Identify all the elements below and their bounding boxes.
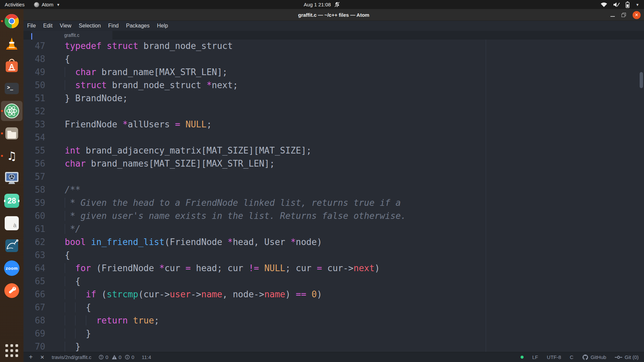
dock-item-postman[interactable]	[4, 283, 20, 299]
dock-item-gedit[interactable]: à	[4, 215, 20, 231]
dock-item-videos[interactable]	[4, 170, 20, 186]
system-tray: ▼	[600, 1, 644, 8]
scrollbar-thumb[interactable]	[640, 72, 643, 88]
dock-item-music[interactable]: ♫	[4, 148, 20, 164]
code-line-55[interactable]: 55int brand_adjacency_matrix[MAT_SIZE][M…	[23, 144, 644, 157]
line-number[interactable]: 48	[23, 53, 55, 66]
code-line-51[interactable]: 51} BrandNode;	[23, 92, 644, 105]
activities-button[interactable]: Activities	[5, 2, 24, 7]
encoding-selector[interactable]: UTF-8	[547, 354, 561, 360]
code-line-69[interactable]: 69 }	[23, 327, 644, 340]
code-line-59[interactable]: 59 * Given the head to a FriendNode link…	[23, 196, 644, 209]
code-line-62[interactable]: 62bool in_friend_list(FriendNode *head, …	[23, 236, 644, 249]
line-ending-selector[interactable]: LF	[532, 354, 538, 360]
close-icon[interactable]: ✕	[40, 354, 45, 360]
status-bar-right: LF UTF-8 C GitHub Git (0)	[521, 354, 639, 360]
line-number[interactable]: 54	[23, 131, 55, 144]
cursor-position[interactable]: 11:4	[142, 354, 151, 360]
line-number[interactable]: 61	[23, 223, 55, 236]
line-number[interactable]: 56	[23, 157, 55, 170]
menu-file[interactable]: File	[23, 21, 40, 31]
line-number[interactable]: 60	[23, 209, 55, 223]
dock-item-vlc[interactable]	[4, 36, 20, 52]
line-number[interactable]: 69	[23, 327, 55, 340]
window-titlebar[interactable]: graffit.c — ~/c++ files — Atom ✕	[23, 9, 644, 21]
menu-edit[interactable]: Edit	[40, 21, 56, 31]
code-line-63[interactable]: 63{	[23, 249, 644, 262]
restore-button[interactable]	[622, 13, 626, 17]
code-line-50[interactable]: 50 struct brand_node_struct *next;	[23, 79, 644, 92]
file-path[interactable]: travis/2nd/graffit.c	[52, 354, 91, 360]
dock-item-atom[interactable]	[4, 103, 20, 119]
dock-item-files[interactable]	[4, 125, 20, 141]
code-line-53[interactable]: 53FriendNode *allUsers = NULL;	[23, 118, 644, 131]
code-line-54[interactable]: 54	[23, 131, 644, 144]
code-line-70[interactable]: 70 }	[23, 340, 644, 352]
code-line-58[interactable]: 58/**	[23, 183, 644, 196]
info-counter[interactable]: 0	[125, 354, 134, 360]
line-number[interactable]: 67	[23, 301, 55, 314]
menu-find[interactable]: Find	[105, 21, 122, 31]
diagnostics[interactable]: 0 0	[99, 354, 134, 360]
wifi-icon[interactable]	[600, 2, 607, 7]
tab-graffit.c[interactable]: graffit.c	[31, 31, 112, 40]
code-line-68[interactable]: 68 return true;	[23, 314, 644, 327]
line-number[interactable]: 52	[23, 105, 55, 118]
dock-item-app-grid[interactable]	[4, 343, 20, 359]
code-line-49[interactable]: 49 char brand_name[MAX_STR_LEN];	[23, 66, 644, 79]
system-menu-caret-icon[interactable]: ▼	[636, 3, 639, 7]
code-line-67[interactable]: 67 {	[23, 301, 644, 314]
code-line-61[interactable]: 61 */	[23, 223, 644, 236]
battery-icon[interactable]	[626, 1, 630, 8]
dock-item-ubuntu-software[interactable]: A	[4, 58, 20, 74]
menu-help[interactable]: Help	[153, 21, 172, 31]
line-number[interactable]: 51	[23, 92, 55, 105]
dock-item-calendar[interactable]: 28	[4, 193, 20, 209]
menu-packages[interactable]: Packages	[122, 21, 153, 31]
line-number[interactable]: 57	[23, 170, 55, 183]
line-number[interactable]: 65	[23, 275, 55, 288]
code-line-48[interactable]: 48{	[23, 53, 644, 66]
line-number[interactable]: 59	[23, 196, 55, 209]
close-button[interactable]: ✕	[633, 11, 641, 19]
code-line-65[interactable]: 65 {	[23, 275, 644, 288]
menu-view[interactable]: View	[56, 21, 75, 31]
code-line-66[interactable]: 66 if (strcmp(cur->user->name, node->nam…	[23, 288, 644, 301]
line-number[interactable]: 64	[23, 262, 55, 275]
line-number[interactable]: 47	[23, 40, 55, 53]
app-menu-button[interactable]: Atom ▼	[34, 2, 60, 7]
code-line-56[interactable]: 56char brand_names[MAT_SIZE][MAX_STR_LEN…	[23, 157, 644, 170]
line-number[interactable]: 68	[23, 314, 55, 327]
clock-button[interactable]: Aug 1 21:08	[304, 2, 340, 7]
line-number[interactable]: 70	[23, 340, 55, 352]
line-number[interactable]: 58	[23, 183, 55, 196]
github-panel-toggle[interactable]: GitHub	[582, 354, 606, 360]
line-number[interactable]: 55	[23, 144, 55, 157]
code-line-57[interactable]: 57	[23, 170, 644, 183]
code-editor[interactable]: 47typedef struct brand_node_struct48{49 …	[23, 40, 644, 352]
line-number[interactable]: 63	[23, 249, 55, 262]
line-content: for (FriendNode *cur = head; cur != NULL…	[55, 262, 380, 275]
grammar-selector[interactable]: C	[570, 354, 574, 360]
code-line-60[interactable]: 60 * given user's name exists in the lis…	[23, 209, 644, 223]
code-line-47[interactable]: 47typedef struct brand_node_struct	[23, 40, 644, 53]
errors-counter[interactable]: 0	[99, 354, 108, 360]
line-number[interactable]: 62	[23, 236, 55, 249]
warnings-counter[interactable]: 0	[112, 354, 121, 360]
volume-muted-icon[interactable]	[613, 2, 620, 7]
code-line-52[interactable]: 52	[23, 105, 644, 118]
minimize-button[interactable]	[610, 16, 615, 17]
dock-item-mysql-workbench[interactable]	[4, 238, 20, 254]
line-number[interactable]: 49	[23, 66, 55, 79]
line-number[interactable]: 50	[23, 79, 55, 92]
dock-item-zoom[interactable]: zoom	[4, 260, 20, 276]
line-number[interactable]: 53	[23, 118, 55, 131]
dock-item-chrome[interactable]	[4, 13, 20, 29]
dock-item-terminal[interactable]: >_	[4, 80, 20, 97]
menu-selection[interactable]: Selection	[75, 21, 105, 31]
notifications-muted-icon	[334, 2, 340, 7]
git-panel-toggle[interactable]: Git (0)	[615, 354, 639, 360]
code-line-64[interactable]: 64 for (FriendNode *cur = head; cur != N…	[23, 262, 644, 275]
add-icon[interactable]: +	[29, 353, 33, 361]
line-number[interactable]: 66	[23, 288, 55, 301]
